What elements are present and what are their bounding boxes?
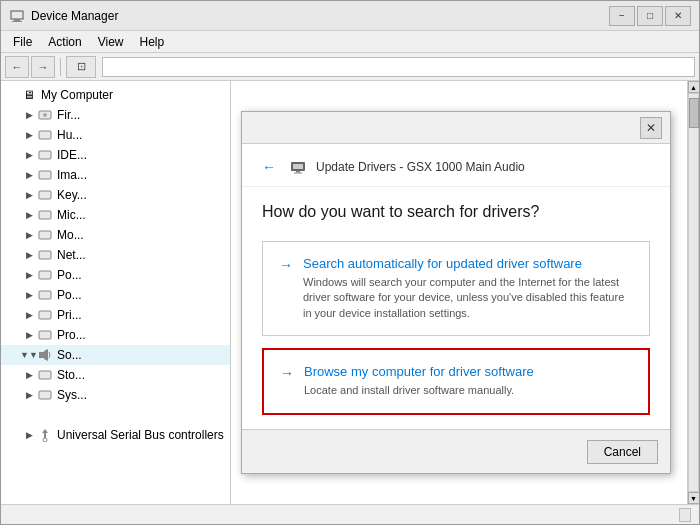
expand-icon	[21, 387, 37, 403]
device-icon	[37, 247, 53, 263]
option-arrow-icon: →	[280, 365, 294, 381]
svg-rect-7	[39, 171, 51, 179]
tree-item-pri[interactable]: Pri...	[1, 305, 230, 325]
tree-item-usb[interactable]: Universal Serial Bus controllers	[1, 425, 230, 445]
device-icon	[37, 387, 53, 403]
expand-icon	[21, 127, 37, 143]
tree-item-ima[interactable]: Ima...	[1, 165, 230, 185]
svg-rect-23	[294, 173, 302, 174]
tree-item-label: IDE...	[57, 148, 87, 162]
tree-item-label: Key...	[57, 188, 87, 202]
tree-item-key[interactable]: Key...	[1, 185, 230, 205]
expand-icon	[21, 227, 37, 243]
svg-rect-1	[14, 19, 20, 21]
tree-item-ide[interactable]: IDE...	[1, 145, 230, 165]
expand-icon	[21, 287, 37, 303]
window-title: Device Manager	[31, 9, 609, 23]
svg-rect-5	[39, 131, 51, 139]
svg-rect-0	[11, 11, 23, 19]
option-arrow-icon: →	[279, 257, 293, 273]
device-icon	[37, 227, 53, 243]
status-resize-handle[interactable]	[679, 508, 691, 522]
scroll-thumb[interactable]	[689, 98, 699, 128]
usb-icon	[37, 427, 53, 443]
scroll-track[interactable]	[688, 93, 699, 492]
tree-item-label: Pri...	[57, 308, 82, 322]
expand-icon	[21, 107, 37, 123]
menu-action[interactable]: Action	[40, 33, 89, 51]
svg-rect-15	[39, 331, 51, 339]
tree-item-net[interactable]: Net...	[1, 245, 230, 265]
root-expand-icon	[5, 87, 21, 103]
device-icon	[37, 267, 53, 283]
option-content: Browse my computer for driver software L…	[304, 364, 632, 398]
dialog-close-button[interactable]: ✕	[640, 117, 662, 139]
status-bar	[1, 504, 699, 524]
tree-item-label: Sto...	[57, 368, 85, 382]
vertical-scrollbar[interactable]: ▲ ▼	[687, 81, 699, 504]
app-icon	[9, 8, 25, 24]
menu-view[interactable]: View	[90, 33, 132, 51]
toolbar-separator	[60, 58, 61, 76]
device-icon	[37, 307, 53, 323]
tree-item-pro[interactable]: Pro...	[1, 325, 230, 345]
device-icon	[37, 107, 53, 123]
right-panel: ✕ ← Update Drivers	[231, 81, 699, 504]
tree-item-sto[interactable]: Sto...	[1, 365, 230, 385]
cancel-button[interactable]: Cancel	[587, 440, 658, 464]
tree-root[interactable]: My Computer	[1, 85, 230, 105]
tree-item-po1[interactable]: Po...	[1, 265, 230, 285]
computer-icon	[21, 87, 37, 103]
tree-item-label: Po...	[57, 268, 82, 282]
tree-item-label: Mo...	[57, 228, 84, 242]
menu-help[interactable]: Help	[132, 33, 173, 51]
dialog-footer: Cancel	[242, 429, 670, 473]
tree-item-label: Net...	[57, 248, 86, 262]
option-description: Windows will search your computer and th…	[303, 275, 633, 321]
search-automatically-option[interactable]: → Search automatically for updated drive…	[262, 241, 650, 336]
tree-root-label: My Computer	[41, 88, 113, 102]
svg-rect-17	[39, 371, 51, 379]
option-title: Search automatically for updated driver …	[303, 256, 633, 271]
device-icon	[37, 327, 53, 343]
svg-rect-11	[39, 251, 51, 259]
device-icon	[37, 147, 53, 163]
tree-item-mic[interactable]: Mic...	[1, 205, 230, 225]
dialog-header-title: Update Drivers - GSX 1000 Main Audio	[316, 160, 525, 174]
forward-toolbar-button[interactable]: →	[31, 56, 55, 78]
properties-toolbar-button[interactable]: ⊡	[66, 56, 96, 78]
svg-rect-14	[39, 311, 51, 319]
expand-icon: ▼	[21, 347, 37, 363]
tree-item-sound[interactable]: ▼ So...	[1, 345, 230, 365]
maximize-button[interactable]: □	[637, 6, 663, 26]
device-tree[interactable]: My Computer Fir... Hu...	[1, 81, 231, 504]
minimize-button[interactable]: −	[609, 6, 635, 26]
device-icon	[37, 187, 53, 203]
main-window: Device Manager − □ ✕ File Action View He…	[0, 0, 700, 525]
close-button[interactable]: ✕	[665, 6, 691, 26]
content-area: My Computer Fir... Hu...	[1, 81, 699, 504]
svg-rect-9	[39, 211, 51, 219]
expand-icon	[21, 307, 37, 323]
menu-bar: File Action View Help	[1, 31, 699, 53]
expand-icon	[21, 367, 37, 383]
tree-item-firewire[interactable]: Fir...	[1, 105, 230, 125]
back-toolbar-button[interactable]: ←	[5, 56, 29, 78]
tree-item-sys[interactable]: Sys...	[1, 385, 230, 405]
expand-icon	[21, 247, 37, 263]
dialog-back-button[interactable]: ←	[258, 156, 280, 178]
expand-icon	[21, 207, 37, 223]
tree-item-label: Pro...	[57, 328, 86, 342]
scroll-down-button[interactable]: ▼	[688, 492, 700, 504]
tree-item-po2[interactable]: Po...	[1, 285, 230, 305]
tree-item-label: Fir...	[57, 108, 80, 122]
option-title: Browse my computer for driver software	[304, 364, 632, 379]
browse-manually-option[interactable]: → Browse my computer for driver software…	[262, 348, 650, 414]
scroll-up-button[interactable]: ▲	[688, 81, 700, 93]
device-icon	[37, 167, 53, 183]
device-icon	[37, 207, 53, 223]
tree-item-hu[interactable]: Hu...	[1, 125, 230, 145]
tree-item-mo[interactable]: Mo...	[1, 225, 230, 245]
svg-point-4	[43, 113, 47, 117]
menu-file[interactable]: File	[5, 33, 40, 51]
